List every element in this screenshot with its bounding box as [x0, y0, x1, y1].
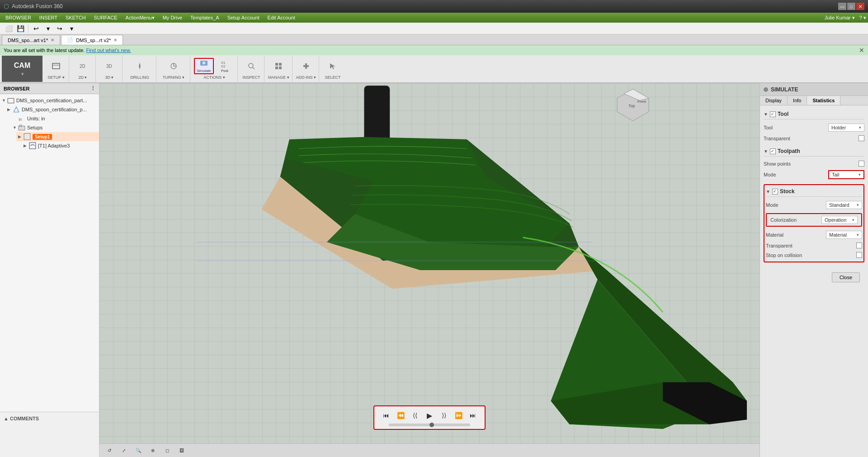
prop-value-stock-mode[interactable]: Standard ▾ — [826, 201, 862, 209]
notification-close[interactable]: ✕ — [859, 47, 864, 54]
tab-file1[interactable]: DMS_spo...art v1* ✕ — [2, 35, 60, 45]
toolbar-label-addins: ADD-INS ▾ — [296, 75, 316, 80]
viewport-display-mode[interactable]: 🖼 — [175, 444, 188, 457]
postprocess-icon: G1 G2 — [220, 59, 229, 68]
tab-file2[interactable]: 📄 DMS_sp...rt v2* ✕ — [61, 35, 123, 45]
playback-fast-forward[interactable]: ⏩ — [452, 409, 465, 422]
viewcube[interactable]: Top Front — [615, 87, 651, 123]
operation-box: Colorization Operation ▾ — [766, 213, 862, 227]
menu-setup-account[interactable]: Setup Account — [224, 14, 263, 21]
menu-surface[interactable]: SURFACE — [90, 14, 121, 21]
comments-header[interactable]: ▲ COMMENTS — [4, 414, 95, 423]
menu-action[interactable]: ActionMenu▾ — [122, 14, 158, 22]
toolbar-btn-addins[interactable] — [296, 58, 316, 74]
prop-checkbox-transparent-stock[interactable] — [856, 243, 862, 248]
tab-info[interactable]: Info — [788, 96, 807, 105]
simulate-icon — [199, 59, 208, 68]
simulate-title: SIMULATE — [771, 86, 798, 93]
viewport[interactable]: ⏮ ⏪ ⟨⟨ ▶ ⟩⟩ ⏩ ⏭ Top Front — [99, 83, 760, 457]
toolbar-btn-2d[interactable]: 2D — [73, 58, 93, 74]
toolbar-label-drilling: DRILLING — [130, 75, 149, 80]
toolbar-label-inspect: INSPECT — [242, 75, 260, 80]
stock-checkbox[interactable] — [772, 189, 778, 195]
toolbar-btn-inspect[interactable] — [241, 58, 261, 74]
svg-text:G2: G2 — [221, 65, 225, 68]
tree-arrow-setups: ▼ — [13, 125, 18, 130]
undo-dropdown[interactable]: ▾ — [43, 24, 53, 33]
menu-insert[interactable]: INSERT — [36, 14, 61, 21]
tree-item-root[interactable]: ▼ DMS_spoon_certification_part... — [0, 96, 99, 105]
browser-options-icon[interactable]: ⋮ — [90, 86, 95, 91]
prop-value-mode-toolpath[interactable]: Tail ▾ — [828, 170, 864, 179]
tab-display[interactable]: Display — [760, 96, 788, 105]
playback-slider[interactable] — [389, 424, 470, 426]
tool-checkbox[interactable] — [770, 111, 776, 117]
prop-checkbox-show-points[interactable] — [859, 161, 864, 167]
svg-rect-14 — [275, 67, 278, 69]
tree-item-units: ▶ in Units: in — [11, 114, 99, 123]
prop-dropdown-tool: ▾ — [859, 125, 861, 130]
toolbar-btn-manage[interactable] — [269, 58, 288, 74]
viewport-tool-5[interactable]: ◻ — [161, 444, 174, 457]
prop-value-colorization[interactable]: Operation ▾ — [821, 216, 858, 224]
viewport-tool-4[interactable]: ⊕ — [146, 444, 159, 457]
cam-text: CAM — [14, 62, 30, 70]
toolbar-btn-setup[interactable] — [46, 58, 66, 74]
maximize-button[interactable]: □ — [847, 3, 855, 10]
close-button[interactable]: ✕ — [856, 3, 864, 10]
cam-label[interactable]: CAM ▾ — [2, 56, 42, 82]
toolbar-btn-drilling[interactable] — [126, 58, 153, 74]
toolpath-section-header[interactable]: ▼ Toolpath — [764, 146, 864, 157]
toolpath-checkbox[interactable] — [770, 148, 776, 154]
toolbar-btn-postprocess[interactable]: G1 G2 Post — [215, 58, 235, 74]
toolbar-btn-3d[interactable]: 3D — [99, 58, 119, 74]
menu-mydrive[interactable]: My Drive — [159, 14, 186, 21]
playback-step-forward[interactable]: ⟩⟩ — [438, 409, 450, 422]
tree-arrow-root: ▼ — [2, 98, 7, 103]
playback-step-back[interactable]: ⟨⟨ — [409, 409, 421, 422]
prop-value-stock-material[interactable]: Material ▾ — [826, 231, 862, 239]
redo-dropdown[interactable]: ▾ — [66, 24, 76, 33]
prop-checkbox-stop-collision[interactable] — [856, 252, 862, 258]
tab-close-2[interactable]: ✕ — [113, 38, 117, 43]
playback-fast-reverse[interactable]: ⏪ — [394, 409, 407, 422]
viewport-tool-2[interactable]: ⤢ — [118, 444, 130, 457]
save-button[interactable]: 💾 — [15, 24, 25, 33]
toolbar-btn-simulate[interactable]: Simulate — [194, 58, 214, 74]
redo-button[interactable]: ↪ — [55, 24, 65, 33]
notification-link[interactable]: Find out what's new. — [86, 48, 131, 53]
prop-dropdown-stock-mode: ▾ — [857, 203, 859, 207]
undo-button[interactable]: ↩ — [31, 24, 41, 33]
app-title: Autodesk Fusion 360 — [12, 3, 63, 10]
stock-section-header[interactable]: ▼ Stock — [766, 186, 862, 197]
tool-section-header[interactable]: ▼ Tool — [764, 109, 864, 119]
viewport-tool-3[interactable]: 🔍 — [132, 444, 145, 457]
tree-item-part[interactable]: ▶ DMS_spoon_certification_p... — [5, 105, 99, 114]
playback-play[interactable]: ▶ — [423, 409, 436, 422]
toolbar-btn-select[interactable] — [323, 58, 343, 74]
tree-item-setups[interactable]: ▼ Setups — [11, 123, 99, 132]
help-button[interactable]: ? ▾ — [859, 15, 866, 21]
tab-close-1[interactable]: ✕ — [51, 38, 54, 43]
tree-item-setup1[interactable]: ▶ Setup1 — [16, 132, 99, 141]
playback-skip-start[interactable]: ⏮ — [380, 409, 392, 422]
toolbar-label-setup: SETUP ▾ — [47, 75, 64, 80]
close-button-simulate[interactable]: Close — [832, 272, 860, 282]
menu-sketch[interactable]: SKETCH — [62, 14, 90, 21]
browser-panel: BROWSER ⋮ ▼ DMS_spoon_certification_part… — [0, 83, 99, 457]
prop-checkbox-transparent-tool[interactable] — [859, 135, 864, 141]
new-button[interactable]: ⬜ — [4, 24, 14, 33]
prop-value-tool[interactable]: Holder ▾ — [828, 124, 864, 132]
tree-item-adaptive3[interactable]: ▶ [T1] Adaptive3 — [22, 141, 99, 150]
viewport-bottom: ↺ ⤢ 🔍 ⊕ ◻ 🖼 — [99, 443, 760, 457]
menu-edit-account[interactable]: Edit Account — [264, 14, 299, 21]
playback-skip-end[interactable]: ⏭ — [467, 409, 479, 422]
tree-label-units: Units: in — [27, 116, 45, 121]
menu-browser[interactable]: BROWSER — [2, 14, 35, 21]
minimize-button[interactable]: — — [838, 3, 846, 10]
tab-statistics[interactable]: Statistics — [807, 96, 840, 105]
viewport-tool-1[interactable]: ↺ — [103, 444, 116, 457]
tree-icon-part — [13, 106, 20, 113]
menu-templates[interactable]: Templates_A — [187, 14, 223, 21]
toolbar-btn-turning[interactable] — [160, 58, 187, 74]
